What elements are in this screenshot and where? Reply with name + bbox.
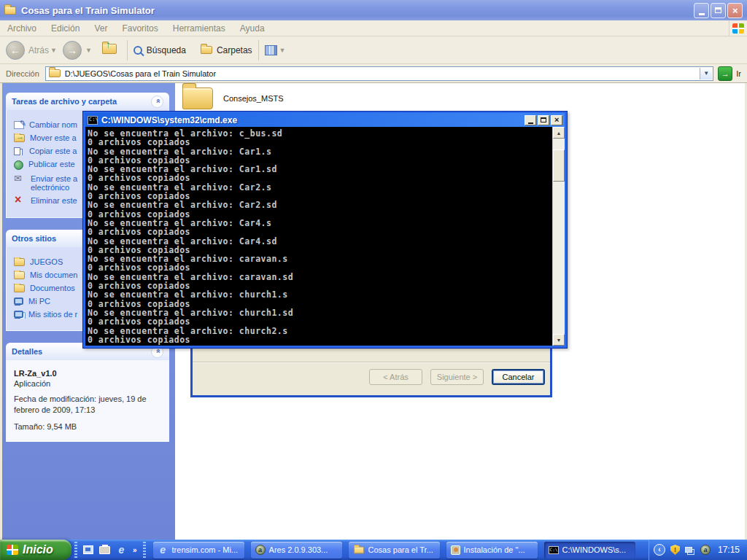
details-panel: Detalles » LR-Za_v1.0 Aplicación Fecha d… — [6, 343, 169, 442]
forward-dropdown-icon[interactable]: ▼ — [85, 47, 92, 54]
tray-expand-chevron-icon[interactable]: ‹ — [654, 544, 665, 556]
menu-item[interactable]: Edición — [44, 23, 87, 34]
address-folder-icon — [49, 69, 61, 77]
menu-item[interactable]: Ayuda — [233, 23, 272, 34]
close-button[interactable]: × — [727, 3, 743, 18]
taskbar-button-icon — [549, 546, 559, 554]
taskbar: Inicio e » e trensim.com - Mi... a Ares … — [0, 540, 747, 560]
place-item-icon — [14, 258, 25, 266]
explorer-titlebar[interactable]: Cosas para el Train Simulator × — [0, 0, 747, 20]
quick-launch: e » — [80, 545, 140, 555]
printer-icon[interactable] — [99, 546, 110, 554]
taskbar-button[interactable]: C:\WINDOWS\s... — [544, 542, 635, 559]
cmd-icon — [88, 116, 98, 125]
folder-tile-label: Consejos_MSTS — [223, 94, 284, 103]
wizard-back-button[interactable]: < Atrás — [369, 369, 422, 385]
security-shield-icon[interactable]: ! — [670, 545, 680, 555]
details-size: Tamaño: 9,54 MB — [14, 421, 164, 432]
taskbar-button-icon — [353, 546, 363, 553]
back-button[interactable]: ← — [6, 41, 25, 60]
console-output: No se encuentra el archivo: c_bus.sd0 ar… — [85, 127, 552, 346]
cmd-close-button[interactable]: × — [551, 115, 562, 125]
place-item-icon — [14, 298, 23, 305]
taskbar-button[interactable]: e trensim.com - Mi... — [153, 542, 244, 559]
menu-item[interactable]: Herramientas — [166, 23, 233, 34]
cmd-maximize-button[interactable] — [538, 115, 549, 125]
console-line: No se encuentra el archivo: Car4.sd — [88, 237, 552, 246]
address-input[interactable]: D:\JUEGOS\Cosas para el Train Simulator … — [45, 66, 713, 81]
taskbar-button-icon: a — [255, 545, 266, 555]
menu-bar: ArchivoEdiciónVerFavoritosHerramientasAy… — [0, 20, 747, 36]
taskbar-button[interactable]: a Ares 2.0.9.303... — [251, 542, 342, 559]
folders-button[interactable]: Carpetas — [201, 45, 252, 55]
folder-tile[interactable]: Consejos_MSTS — [182, 88, 284, 109]
search-icon — [133, 46, 142, 55]
go-button[interactable]: → — [718, 66, 732, 81]
maximize-button[interactable] — [711, 3, 726, 18]
details-file-type: Aplicación — [14, 379, 164, 388]
views-icon — [265, 45, 277, 55]
wizard-next-button[interactable]: Siguiente > — [430, 369, 484, 385]
task-item-icon — [14, 197, 26, 206]
address-bar: Dirección D:\JUEGOS\Cosas para el Train … — [0, 64, 747, 83]
taskbar-button[interactable]: Instalación de "... — [446, 542, 538, 559]
network-tray-icon[interactable] — [685, 547, 692, 553]
menu-item[interactable]: Favoritos — [115, 23, 165, 34]
task-item-icon — [14, 160, 23, 170]
toolbar-separator — [127, 40, 128, 61]
wizard-cancel-button[interactable]: Cancelar — [492, 369, 545, 385]
file-tasks-header[interactable]: Tareas de archivo y carpeta » — [6, 93, 169, 110]
views-button[interactable]: ▼ — [265, 45, 292, 55]
toolbar: ← Atrás ▼ → ▼ ↑ Búsqueda Carpetas ▼ — [0, 36, 747, 64]
task-item-icon — [14, 175, 26, 184]
cmd-titlebar[interactable]: C:\WINDOWS\system32\cmd.exe × — [85, 113, 565, 127]
console-line: 0 archivos copiados — [88, 174, 552, 182]
go-label: Ir — [732, 69, 747, 78]
menu-item[interactable]: Archivo — [0, 23, 44, 34]
back-label: Atrás — [28, 45, 49, 55]
cmd-window-title: C:\WINDOWS\system32\cmd.exe — [101, 115, 237, 125]
place-item-icon — [14, 271, 25, 279]
internet-explorer-icon[interactable]: e — [116, 545, 127, 555]
ares-tray-icon[interactable]: a — [700, 545, 711, 555]
search-label: Búsqueda — [147, 45, 186, 55]
details-title: Detalles — [12, 347, 42, 356]
console-line: No se encuentra el archivo: Car2.sd — [88, 201, 552, 209]
taskbar-button[interactable]: Cosas para el Tr... — [349, 542, 440, 559]
tray-clock[interactable]: 17:15 — [718, 545, 740, 555]
console-line: 0 archivos copiados — [88, 138, 552, 147]
menu-item[interactable]: Ver — [87, 23, 115, 34]
installer-dialog-separator — [193, 362, 550, 363]
console-line: No se encuentra el archivo: church1.s — [88, 290, 552, 299]
explorer-window-icon — [4, 7, 16, 15]
place-item-icon — [14, 311, 23, 318]
windows-flag-icon — [7, 545, 18, 555]
folders-label: Carpetas — [217, 45, 252, 55]
task-item-icon — [14, 147, 20, 155]
cmd-minimize-button[interactable] — [525, 115, 536, 125]
start-button[interactable]: Inicio — [0, 540, 71, 560]
windows-logo-icon — [729, 20, 747, 36]
other-places-title: Otros sitios — [12, 234, 56, 243]
show-desktop-icon[interactable] — [83, 545, 93, 554]
back-dropdown-icon[interactable]: ▼ — [50, 47, 57, 54]
quicklaunch-overflow-chevron[interactable]: » — [133, 546, 137, 554]
views-dropdown-icon: ▼ — [279, 47, 286, 54]
details-modified: Fecha de modificación: jueves, 19 de feb… — [14, 394, 164, 416]
taskbar-button-icon: e — [158, 545, 169, 555]
task-item-icon — [14, 134, 25, 142]
quicklaunch-grip[interactable] — [74, 542, 77, 558]
scroll-down-icon[interactable]: ▼ — [553, 334, 565, 346]
up-folder-button[interactable]: ↑ — [102, 44, 117, 56]
taskbar-grip[interactable] — [143, 542, 146, 558]
minimize-button[interactable] — [694, 3, 709, 18]
address-value: D:\JUEGOS\Cosas para el Train Simulator — [65, 69, 216, 78]
cmd-scrollbar[interactable]: ▲ ▼ — [552, 127, 565, 346]
place-item-icon — [14, 284, 25, 292]
forward-button[interactable]: → — [63, 41, 82, 60]
scrollbar-thumb[interactable] — [553, 149, 565, 182]
address-dropdown-icon[interactable]: ▼ — [700, 68, 712, 79]
search-button[interactable]: Búsqueda — [133, 45, 186, 55]
scroll-up-icon[interactable]: ▲ — [553, 127, 565, 139]
collapse-chevron-icon[interactable]: » — [151, 96, 163, 108]
